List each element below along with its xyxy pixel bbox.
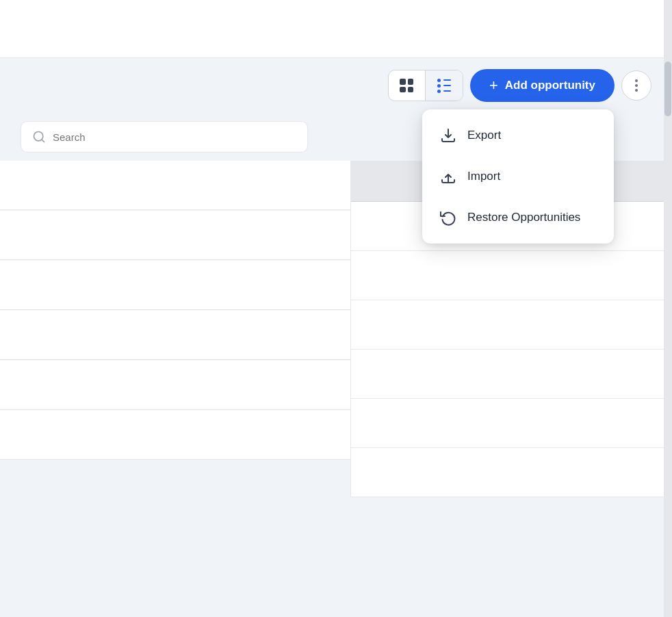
import-menu-item[interactable]: Import: [422, 156, 614, 197]
list-icon: [437, 79, 451, 92]
plus-icon: +: [489, 78, 498, 93]
add-opportunity-label: Add opportunity: [505, 79, 595, 92]
right-list-row: [351, 300, 672, 350]
scrollbar-thumb[interactable]: [664, 62, 671, 116]
dropdown-menu: Export Import Restore Opportunities: [422, 109, 614, 244]
list-row: [0, 261, 350, 310]
import-label: Import: [467, 170, 500, 183]
list-view-button[interactable]: [426, 70, 463, 101]
grid-icon: [400, 79, 413, 92]
list-row: [0, 360, 350, 410]
top-white-bar: [0, 0, 672, 58]
export-menu-item[interactable]: Export: [422, 115, 614, 156]
left-panel: [0, 161, 350, 497]
right-list-row: [351, 448, 672, 497]
dot2: [635, 84, 638, 87]
list-row: [0, 410, 350, 460]
search-input[interactable]: [53, 131, 296, 143]
list-row: [0, 311, 350, 360]
right-list-row: [351, 251, 672, 300]
right-list-row: [351, 350, 672, 399]
restore-menu-item[interactable]: Restore Opportunities: [422, 197, 614, 238]
view-toggle-group: [388, 70, 463, 101]
restore-label: Restore Opportunities: [467, 211, 580, 224]
toolbar-area: + Add opportunity Export: [0, 58, 672, 113]
more-options-button[interactable]: [621, 70, 651, 101]
import-icon: [439, 167, 458, 186]
grid-view-button[interactable]: [389, 70, 426, 101]
export-icon: [439, 126, 458, 145]
add-opportunity-button[interactable]: + Add opportunity: [470, 69, 615, 102]
right-list-row: [351, 399, 672, 448]
svg-line-1: [42, 140, 44, 142]
list-rows: [0, 161, 350, 460]
restore-icon: [439, 208, 458, 227]
list-row: [0, 211, 350, 260]
export-label: Export: [467, 129, 501, 142]
search-icon: [32, 130, 46, 144]
search-box: [21, 121, 308, 153]
list-row: [0, 161, 350, 210]
dot3: [635, 89, 638, 92]
scrollbar-track[interactable]: [664, 0, 672, 617]
dot1: [635, 79, 638, 82]
